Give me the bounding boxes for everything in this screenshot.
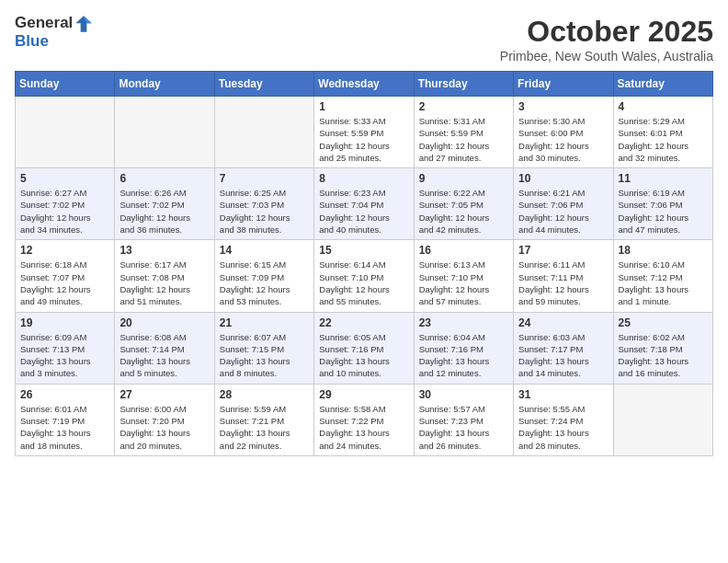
day-info: Sunrise: 6:19 AM Sunset: 7:06 PM Dayligh… xyxy=(619,187,708,236)
logo-blue: Blue xyxy=(15,33,93,51)
day-info: Sunrise: 6:09 AM Sunset: 7:13 PM Dayligh… xyxy=(20,331,109,380)
day-number: 21 xyxy=(220,316,309,329)
calendar-cell: 31Sunrise: 5:55 AM Sunset: 7:24 PM Dayli… xyxy=(514,384,613,455)
day-number: 6 xyxy=(119,172,209,185)
calendar-cell: 15Sunrise: 6:14 AM Sunset: 7:10 PM Dayli… xyxy=(314,240,414,312)
day-info: Sunrise: 6:05 AM Sunset: 7:16 PM Dayligh… xyxy=(319,331,408,380)
logo: General Blue xyxy=(15,15,93,51)
logo-icon xyxy=(74,15,93,33)
day-number: 5 xyxy=(20,172,109,185)
day-number: 1 xyxy=(319,100,408,113)
calendar-subtitle: Primbee, New South Wales, Australia xyxy=(500,49,713,63)
day-info: Sunrise: 6:18 AM Sunset: 7:07 PM Dayligh… xyxy=(20,259,109,307)
day-number: 7 xyxy=(220,172,309,185)
day-number: 22 xyxy=(319,316,408,329)
calendar-cell: 19Sunrise: 6:09 AM Sunset: 7:13 PM Dayli… xyxy=(16,312,115,384)
calendar-header-row: SundayMondayTuesdayWednesdayThursdayFrid… xyxy=(16,72,713,97)
day-number: 3 xyxy=(518,100,608,113)
calendar-cell: 3Sunrise: 5:30 AM Sunset: 6:00 PM Daylig… xyxy=(514,97,613,168)
calendar-cell: 13Sunrise: 6:17 AM Sunset: 7:08 PM Dayli… xyxy=(115,240,214,312)
calendar-cell: 16Sunrise: 6:13 AM Sunset: 7:10 PM Dayli… xyxy=(414,240,513,312)
calendar-week-1: 1Sunrise: 5:33 AM Sunset: 5:59 PM Daylig… xyxy=(16,97,713,168)
day-info: Sunrise: 6:03 AM Sunset: 7:17 PM Dayligh… xyxy=(518,331,608,380)
day-info: Sunrise: 6:23 AM Sunset: 7:04 PM Dayligh… xyxy=(319,187,408,236)
svg-marker-0 xyxy=(76,16,92,31)
calendar-title: October 2025 xyxy=(500,15,713,49)
col-header-sunday: Sunday xyxy=(16,72,115,97)
day-number: 2 xyxy=(419,100,508,113)
day-number: 8 xyxy=(319,172,408,185)
day-info: Sunrise: 6:21 AM Sunset: 7:06 PM Dayligh… xyxy=(518,187,608,236)
calendar-cell xyxy=(613,384,712,455)
calendar-cell: 12Sunrise: 6:18 AM Sunset: 7:07 PM Dayli… xyxy=(16,240,115,312)
day-info: Sunrise: 5:33 AM Sunset: 5:59 PM Dayligh… xyxy=(319,115,408,164)
calendar-cell: 9Sunrise: 6:22 AM Sunset: 7:05 PM Daylig… xyxy=(414,168,513,240)
col-header-monday: Monday xyxy=(115,72,214,97)
day-info: Sunrise: 5:58 AM Sunset: 7:22 PM Dayligh… xyxy=(319,403,408,452)
calendar-cell: 20Sunrise: 6:08 AM Sunset: 7:14 PM Dayli… xyxy=(115,312,214,384)
day-number: 16 xyxy=(419,244,508,257)
calendar-cell: 25Sunrise: 6:02 AM Sunset: 7:18 PM Dayli… xyxy=(613,312,712,384)
day-info: Sunrise: 6:15 AM Sunset: 7:09 PM Dayligh… xyxy=(220,259,309,307)
calendar-table: SundayMondayTuesdayWednesdayThursdayFrid… xyxy=(15,71,713,456)
calendar-cell: 2Sunrise: 5:31 AM Sunset: 5:59 PM Daylig… xyxy=(414,97,513,168)
day-info: Sunrise: 6:13 AM Sunset: 7:10 PM Dayligh… xyxy=(419,259,508,307)
day-info: Sunrise: 5:30 AM Sunset: 6:00 PM Dayligh… xyxy=(518,115,608,164)
day-info: Sunrise: 6:10 AM Sunset: 7:12 PM Dayligh… xyxy=(619,259,708,307)
day-number: 30 xyxy=(419,388,508,401)
day-info: Sunrise: 6:22 AM Sunset: 7:05 PM Dayligh… xyxy=(419,187,508,236)
day-number: 28 xyxy=(220,388,309,401)
calendar-cell: 30Sunrise: 5:57 AM Sunset: 7:23 PM Dayli… xyxy=(414,384,513,455)
day-number: 29 xyxy=(319,388,408,401)
day-info: Sunrise: 6:04 AM Sunset: 7:16 PM Dayligh… xyxy=(419,331,508,380)
day-info: Sunrise: 6:26 AM Sunset: 7:02 PM Dayligh… xyxy=(119,187,209,236)
calendar-cell xyxy=(16,97,115,168)
day-number: 19 xyxy=(20,316,109,329)
day-number: 14 xyxy=(220,244,309,257)
day-number: 15 xyxy=(319,244,408,257)
calendar-cell: 1Sunrise: 5:33 AM Sunset: 5:59 PM Daylig… xyxy=(314,97,414,168)
calendar-cell xyxy=(214,97,313,168)
calendar-cell: 8Sunrise: 6:23 AM Sunset: 7:04 PM Daylig… xyxy=(314,168,414,240)
day-number: 10 xyxy=(518,172,608,185)
calendar-cell xyxy=(115,97,214,168)
calendar-cell: 14Sunrise: 6:15 AM Sunset: 7:09 PM Dayli… xyxy=(214,240,313,312)
calendar-week-5: 26Sunrise: 6:01 AM Sunset: 7:19 PM Dayli… xyxy=(16,384,713,455)
logo-general: General xyxy=(15,15,93,33)
calendar-cell: 4Sunrise: 5:29 AM Sunset: 6:01 PM Daylig… xyxy=(613,97,712,168)
calendar-cell: 28Sunrise: 5:59 AM Sunset: 7:21 PM Dayli… xyxy=(214,384,313,455)
day-info: Sunrise: 6:14 AM Sunset: 7:10 PM Dayligh… xyxy=(319,259,408,307)
calendar-cell: 27Sunrise: 6:00 AM Sunset: 7:20 PM Dayli… xyxy=(115,384,214,455)
day-number: 18 xyxy=(619,244,708,257)
calendar-cell: 10Sunrise: 6:21 AM Sunset: 7:06 PM Dayli… xyxy=(514,168,613,240)
calendar-cell: 24Sunrise: 6:03 AM Sunset: 7:17 PM Dayli… xyxy=(514,312,613,384)
calendar-cell: 6Sunrise: 6:26 AM Sunset: 7:02 PM Daylig… xyxy=(115,168,214,240)
col-header-friday: Friday xyxy=(514,72,613,97)
day-info: Sunrise: 6:02 AM Sunset: 7:18 PM Dayligh… xyxy=(619,331,708,380)
day-info: Sunrise: 5:57 AM Sunset: 7:23 PM Dayligh… xyxy=(419,403,508,452)
day-number: 27 xyxy=(119,388,209,401)
logo-text: General Blue xyxy=(15,15,93,51)
title-area: October 2025 Primbee, New South Wales, A… xyxy=(500,15,713,63)
calendar-cell: 5Sunrise: 6:27 AM Sunset: 7:02 PM Daylig… xyxy=(16,168,115,240)
day-info: Sunrise: 5:59 AM Sunset: 7:21 PM Dayligh… xyxy=(220,403,309,452)
calendar-cell: 7Sunrise: 6:25 AM Sunset: 7:03 PM Daylig… xyxy=(214,168,313,240)
col-header-wednesday: Wednesday xyxy=(314,72,414,97)
calendar-cell: 18Sunrise: 6:10 AM Sunset: 7:12 PM Dayli… xyxy=(613,240,712,312)
day-number: 26 xyxy=(20,388,109,401)
calendar-cell: 26Sunrise: 6:01 AM Sunset: 7:19 PM Dayli… xyxy=(16,384,115,455)
day-number: 23 xyxy=(419,316,508,329)
day-info: Sunrise: 6:17 AM Sunset: 7:08 PM Dayligh… xyxy=(119,259,209,307)
header: General Blue October 2025 Primbee, New S… xyxy=(15,15,713,63)
calendar-week-3: 12Sunrise: 6:18 AM Sunset: 7:07 PM Dayli… xyxy=(16,240,713,312)
day-number: 25 xyxy=(619,316,708,329)
day-number: 31 xyxy=(518,388,608,401)
col-header-saturday: Saturday xyxy=(613,72,712,97)
calendar-cell: 22Sunrise: 6:05 AM Sunset: 7:16 PM Dayli… xyxy=(314,312,414,384)
day-info: Sunrise: 5:31 AM Sunset: 5:59 PM Dayligh… xyxy=(419,115,508,164)
day-number: 20 xyxy=(119,316,209,329)
col-header-tuesday: Tuesday xyxy=(214,72,313,97)
day-info: Sunrise: 5:29 AM Sunset: 6:01 PM Dayligh… xyxy=(619,115,708,164)
day-info: Sunrise: 6:11 AM Sunset: 7:11 PM Dayligh… xyxy=(518,259,608,307)
calendar-cell: 17Sunrise: 6:11 AM Sunset: 7:11 PM Dayli… xyxy=(514,240,613,312)
